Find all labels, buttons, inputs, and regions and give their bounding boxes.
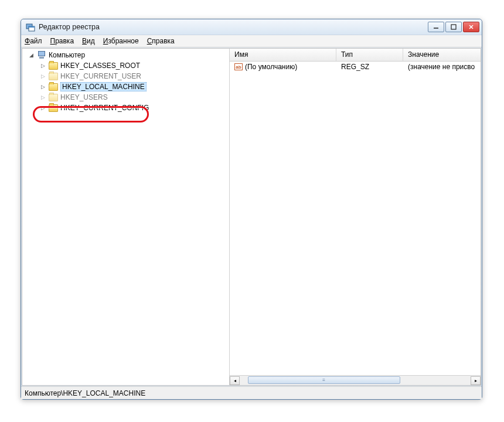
folder-icon <box>49 104 58 112</box>
tree-root-label: Компьютер <box>49 51 85 59</box>
tree-item-hkcr[interactable]: ▷ HKEY_CLASSES_ROOT <box>22 60 229 71</box>
svg-rect-2 <box>29 26 35 28</box>
folder-icon <box>49 94 58 101</box>
expand-icon[interactable]: ▷ <box>40 73 46 80</box>
app-icon <box>26 22 35 32</box>
tree-item-label: HKEY_CLASSES_ROOT <box>60 62 140 70</box>
tree-item-hkcc[interactable]: ▷ HKEY_CURRENT_CONFIG <box>22 103 229 113</box>
tree-item-hku[interactable]: ▷ HKEY_USERS <box>22 92 229 103</box>
list-header: Имя Тип Значение <box>230 49 481 62</box>
horizontal-scrollbar[interactable]: ◂ ≡ ▸ <box>230 375 481 385</box>
collapse-icon[interactable]: ◢ <box>28 52 35 59</box>
tree-item-label: HKEY_CURRENT_USER <box>60 72 141 80</box>
tree-item-label: HKEY_LOCAL_MACHINE <box>60 82 147 91</box>
menu-favorites[interactable]: Избранное <box>103 37 139 45</box>
column-name[interactable]: Имя <box>230 49 336 61</box>
list-body[interactable]: ab (По умолчанию) REG_SZ (значение не пр… <box>230 62 481 375</box>
tree-item-label: HKEY_USERS <box>60 93 108 101</box>
client-area: ◢ Компьютер ▷ HKEY_CLASSES_ROOT ▷ <box>22 48 481 386</box>
tree-root[interactable]: ◢ Компьютер <box>22 50 229 60</box>
tree-item-hkcu[interactable]: ▷ HKEY_CURRENT_USER <box>22 71 229 81</box>
status-path: Компьютер\HKEY_LOCAL_MACHINE <box>25 389 145 397</box>
column-type[interactable]: Тип <box>336 49 403 61</box>
value-data: (значение не присво <box>403 63 481 71</box>
svg-rect-4 <box>451 25 456 29</box>
menu-edit[interactable]: Правка <box>50 37 74 45</box>
expand-icon[interactable]: ▷ <box>40 84 46 90</box>
menu-help[interactable]: Справка <box>147 37 175 45</box>
menu-file[interactable]: Файл <box>25 37 42 45</box>
expand-icon[interactable]: ▷ <box>40 63 46 69</box>
list-pane: Имя Тип Значение ab (По умолчанию) REG_S… <box>230 49 481 385</box>
tree-item-label: HKEY_CURRENT_CONFIG <box>60 104 149 112</box>
scroll-thumb[interactable]: ≡ <box>248 376 400 384</box>
close-button[interactable] <box>463 22 479 32</box>
scroll-right-button[interactable]: ▸ <box>471 376 481 385</box>
folder-icon <box>49 62 58 70</box>
titlebar[interactable]: Редактор реестра <box>21 19 482 35</box>
menubar: Файл Правка Вид Избранное Справка <box>21 35 482 47</box>
computer-icon <box>37 51 46 59</box>
scroll-track[interactable]: ≡ <box>240 376 471 385</box>
column-value[interactable]: Значение <box>403 49 481 61</box>
folder-icon <box>49 83 58 91</box>
folder-icon <box>49 73 58 80</box>
expand-icon[interactable]: ▷ <box>40 94 46 101</box>
tree-pane[interactable]: ◢ Компьютер ▷ HKEY_CLASSES_ROOT ▷ <box>22 49 230 385</box>
scroll-left-button[interactable]: ◂ <box>230 376 240 385</box>
value-type: REG_SZ <box>336 63 403 71</box>
window-title: Редактор реестра <box>39 23 100 31</box>
minimize-button[interactable] <box>428 22 444 32</box>
expand-icon[interactable]: ▷ <box>40 105 46 111</box>
list-row[interactable]: ab (По умолчанию) REG_SZ (значение не пр… <box>230 62 481 72</box>
statusbar: Компьютер\HKEY_LOCAL_MACHINE <box>21 386 482 399</box>
regedit-window: Редактор реестра Файл Правка Вид Избранн… <box>21 19 482 400</box>
value-name: (По умолчанию) <box>245 63 297 71</box>
maximize-button[interactable] <box>445 22 462 32</box>
menu-view[interactable]: Вид <box>82 37 95 45</box>
string-value-icon: ab <box>234 63 243 70</box>
